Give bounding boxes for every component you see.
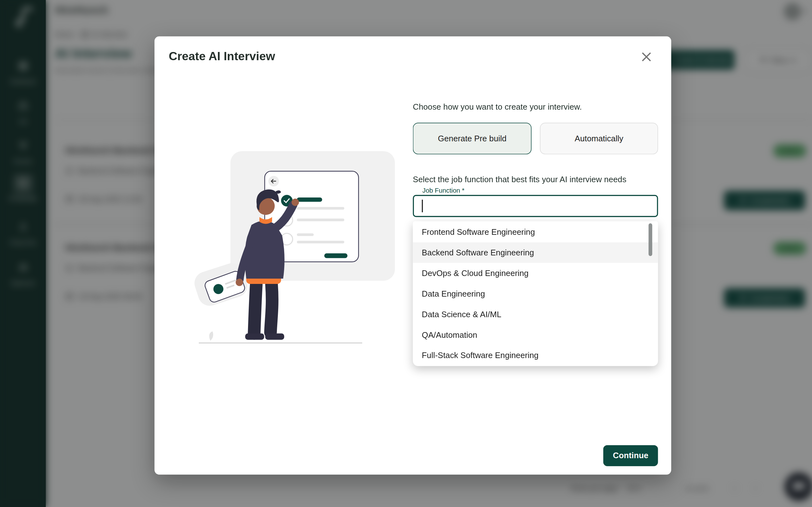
dropdown-option-data-engineering[interactable]: Data Engineering (413, 283, 658, 304)
interview-illustration (188, 150, 395, 350)
job-function-section-label: Select the job function that best fits y… (413, 175, 626, 184)
option-generate-prebuild-button[interactable]: Generate Pre build (413, 123, 531, 154)
close-icon[interactable] (640, 50, 653, 64)
text-cursor (422, 200, 422, 212)
job-function-input[interactable] (413, 195, 658, 217)
continue-button[interactable]: Continue (603, 445, 658, 466)
dropdown-option-devops[interactable]: DevOps & Cloud Engineering (413, 263, 658, 284)
create-ai-interview-modal: Create AI Interview (154, 37, 671, 475)
dropdown-option-data-science[interactable]: Data Science & AI/ML (413, 304, 658, 325)
dropdown-scrollbar[interactable] (649, 223, 653, 256)
dropdown-option-backend[interactable]: Backend Software Engineering (413, 242, 658, 263)
job-function-field-label: Job Function * (420, 187, 467, 194)
dropdown-option-fullstack[interactable]: Full-Stack Software Engineering (413, 345, 658, 366)
choose-method-label: Choose how you want to create your inter… (413, 102, 582, 112)
dropdown-option-frontend[interactable]: Frontend Software Engineering (413, 222, 658, 242)
dropdown-option-qa[interactable]: QA/Automation (413, 325, 658, 345)
modal-title: Create AI Interview (169, 49, 275, 63)
screen: Dashboard Job Rounds AI Interview (0, 0, 812, 507)
job-function-dropdown: Frontend Software Engineering Backend So… (413, 221, 658, 366)
option-automatically-button[interactable]: Automatically (540, 123, 658, 154)
